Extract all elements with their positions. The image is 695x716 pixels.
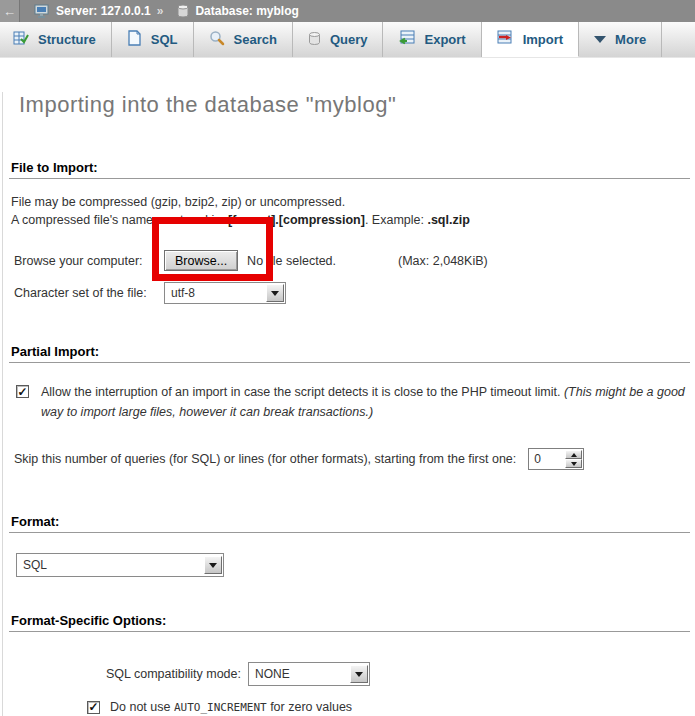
browse-button[interactable]: Browse... [164,250,238,271]
stepper-buttons [565,450,582,468]
tab-bar: Structure SQL Search Query [0,22,695,58]
auto-increment-row: ✓ Do not use AUTO_INCREMENT for zero val… [9,700,690,714]
breadcrumb-separator: » [157,4,164,18]
section-heading-partial-import: Partial Import: [9,344,690,363]
export-icon [398,30,415,49]
dropdown-arrow-icon[interactable] [204,556,222,574]
zero-suffix: for zero values [267,700,352,714]
browse-label: Browse your computer: [14,254,164,268]
allow-interruption-checkbox[interactable]: ✓ [16,385,29,398]
sql-compat-label: SQL compatibility mode: [9,667,241,681]
section-heading-format-specific: Format-Specific Options: [9,613,690,632]
max-upload-size: (Max: 2,048KiB) [398,254,488,268]
desc-line2-prefix: A compressed file's name must end in [11,213,225,227]
skip-queries-row: Skip this number of queries (for SQL) or… [9,448,690,470]
skip-queries-value: 0 [529,449,564,469]
sql-icon [127,30,142,49]
desc-line2-mid: . Example: [365,213,428,227]
tab-export[interactable]: Export [383,22,481,57]
charset-selected-value: utf-8 [165,286,265,300]
format-select[interactable]: SQL [16,553,224,577]
charset-select[interactable]: utf-8 [164,282,286,304]
desc-line1: File may be compressed (gzip, bzip2, zip… [11,195,345,209]
sql-compat-row: SQL compatibility mode: NONE [9,662,690,686]
search-icon [209,30,225,49]
allow-interruption-text: Allow the interruption of an import in c… [41,382,686,422]
dropdown-arrow-icon[interactable] [266,284,284,302]
tab-label: Query [330,32,368,47]
no-file-selected-text: No file selected. [247,254,336,268]
breadcrumb-bar: ← Server: 127.0.0.1 » Database: myblog [0,0,695,22]
tab-label: Export [424,32,465,47]
tab-sql[interactable]: SQL [112,22,194,57]
format-select-row: SQL [9,553,690,577]
zero-mono: AUTO_INCREMENT [174,701,267,714]
auto-increment-label: Do not use AUTO_INCREMENT for zero value… [110,700,352,714]
charset-label: Character set of the file: [14,286,164,300]
section-heading-format: Format: [9,514,690,533]
tab-structure[interactable]: Structure [0,22,112,57]
dropdown-arrow-icon[interactable] [350,665,368,683]
format-selected-value: SQL [17,558,203,572]
page-title: Importing into the database "myblog" [19,92,690,118]
desc-line2-bold-example: .sql.zip [427,213,469,227]
back-arrow-icon[interactable]: ← [0,0,20,22]
sql-compat-select[interactable]: NONE [248,662,370,686]
import-icon [497,30,514,49]
browse-row: Browse your computer: Browse... No file … [9,250,690,271]
tab-label: More [615,32,646,47]
structure-icon [13,30,29,49]
query-icon [308,31,321,49]
allow-text: Allow the interruption of an import in c… [41,385,564,399]
desc-line2-bold-format: .[format].[compression] [225,213,365,227]
allow-interruption-row: ✓ Allow the interruption of an import in… [9,385,690,422]
import-page: Importing into the database "myblog" Fil… [2,92,695,716]
tab-label: Search [234,32,277,47]
file-import-description: File may be compressed (gzip, bzip2, zip… [11,193,690,229]
auto-increment-checkbox[interactable]: ✓ [87,701,100,714]
skip-queries-stepper[interactable]: 0 [528,448,584,470]
zero-prefix: Do not use [110,700,174,714]
tab-more[interactable]: More [579,22,662,57]
stepper-up-icon[interactable] [565,450,582,459]
tab-label: SQL [151,32,178,47]
sql-compat-selected-value: NONE [249,667,349,681]
stepper-down-icon[interactable] [565,459,582,468]
breadcrumb-database[interactable]: Database: myblog [195,4,298,18]
tab-import[interactable]: Import [482,22,579,57]
skip-queries-label: Skip this number of queries (for SQL) or… [14,452,516,466]
tab-query[interactable]: Query [293,22,384,57]
server-icon [34,4,50,19]
section-heading-file-to-import: File to Import: [9,160,690,179]
breadcrumb-server[interactable]: Server: 127.0.0.1 [56,4,151,18]
chevron-down-icon [594,36,606,43]
tab-label: Structure [38,32,96,47]
tab-label: Import [523,32,563,47]
tab-search[interactable]: Search [194,22,293,57]
database-icon [177,4,189,18]
charset-row: Character set of the file: utf-8 [9,282,690,304]
